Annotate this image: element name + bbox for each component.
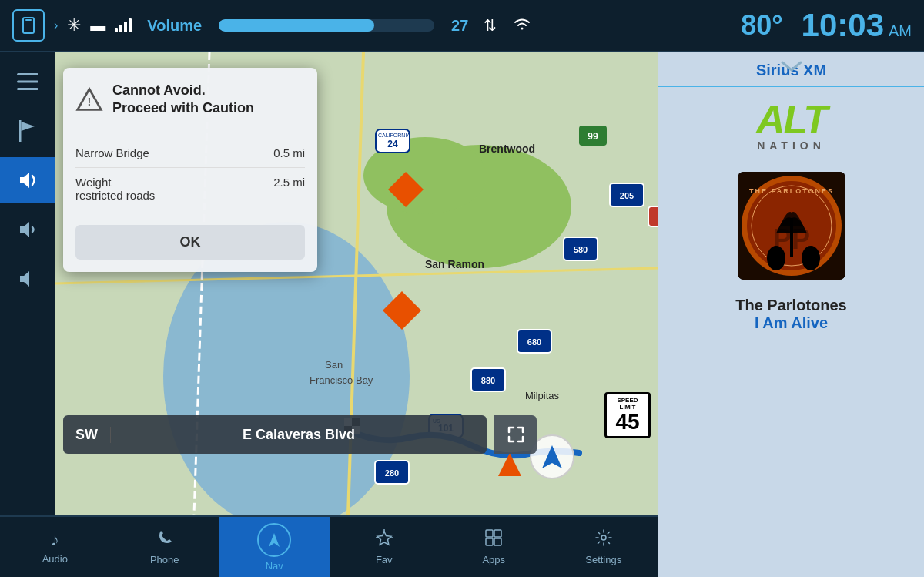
fav-icon — [376, 529, 393, 551]
svg-text:680: 680 — [527, 337, 541, 347]
sidebar-item-vol-mute[interactable] — [0, 256, 55, 302]
volume-value: 27 — [451, 17, 468, 35]
svg-text:Brentwood: Brentwood — [479, 143, 535, 155]
settings-label: Settings — [585, 554, 621, 565]
wifi-icon — [512, 16, 532, 35]
signal-strength-icon — [115, 18, 132, 32]
street-bar: SW E Calaveras Blvd — [63, 415, 487, 454]
time-ampm: AM — [889, 22, 912, 40]
audio-label: Audio — [42, 553, 68, 565]
svg-text:880: 880 — [481, 376, 495, 385]
volume-bar-fill — [219, 19, 374, 32]
svg-text:PP: PP — [772, 223, 809, 255]
svg-rect-64 — [486, 538, 493, 545]
sidebar-item-vol-down[interactable] — [0, 206, 55, 253]
sidebar-item-audio[interactable] — [0, 157, 55, 203]
fav-label: Fav — [376, 554, 393, 565]
channel-logo: ALT NATION — [756, 99, 826, 152]
phone-status-icon — [12, 9, 45, 42]
alt-text: ALT — [756, 99, 826, 139]
nav-item-settings[interactable]: Settings — [549, 517, 659, 577]
apps-label: Apps — [482, 554, 505, 565]
dialog-title: Cannot Avoid.Proceed with Caution — [112, 82, 254, 118]
bluetooth-icon: ✳ — [67, 15, 81, 35]
settings-icon — [595, 529, 612, 551]
ok-button[interactable]: OK — [75, 225, 305, 260]
svg-text:CALIFORNIA: CALIFORNIA — [378, 133, 410, 138]
svg-text:Milpitas: Milpitas — [525, 390, 560, 401]
sidebar-item-menu[interactable] — [0, 59, 55, 105]
right-panel: Sirius XM ALT NATION THE PARLOTONES PP T… — [658, 52, 924, 577]
street-direction: SW — [63, 427, 111, 443]
svg-text:San: San — [325, 359, 343, 371]
expand-icon[interactable]: › — [54, 18, 58, 32]
temperature-display: 80° — [741, 9, 782, 42]
collapse-button[interactable] — [780, 59, 803, 76]
warning-row-narrow-bridge: Narrow Bridge 0.5 mi — [75, 139, 305, 168]
svg-text:24: 24 — [387, 139, 398, 149]
sort-icon: ⇅ — [484, 16, 497, 35]
time-display: 10:03 AM — [802, 7, 912, 44]
map-area[interactable]: 205 5 580 680 880 US 101 CALIFORNIA 24 2… — [55, 52, 658, 515]
nav-circle — [257, 523, 291, 557]
artist-name: The Parlotones — [735, 297, 846, 314]
svg-rect-1 — [25, 19, 32, 21]
phone-icon — [156, 529, 173, 551]
sidebar-item-flag[interactable] — [0, 108, 55, 154]
caution-dialog: ! Cannot Avoid.Proceed with Caution Narr… — [63, 68, 317, 272]
svg-rect-2 — [17, 73, 38, 75]
svg-text:Francisco Bay: Francisco Bay — [310, 374, 373, 386]
battery-icon: ▬ — [90, 17, 105, 35]
song-name: I Am Alive — [755, 314, 828, 332]
dialog-header: ! Cannot Avoid.Proceed with Caution — [63, 68, 317, 129]
audio-icon: ♪ — [51, 530, 59, 550]
narrow-bridge-dist: 0.5 mi — [273, 146, 305, 159]
narrow-bridge-label: Narrow Bridge — [75, 146, 149, 159]
album-art: THE PARLOTONES PP — [738, 172, 845, 280]
nav-item-audio[interactable]: ♪ Audio — [0, 517, 110, 577]
svg-text:205: 205 — [620, 191, 634, 200]
weight-label: Weightrestricted roads — [75, 176, 155, 202]
weight-dist: 2.5 mi — [273, 176, 305, 202]
nav-item-fav[interactable]: Fav — [330, 517, 440, 577]
warning-row-weight: Weightrestricted roads 2.5 mi — [75, 168, 305, 210]
svg-rect-63 — [494, 530, 501, 537]
svg-text:!: ! — [88, 96, 92, 108]
speed-limit-value: 45 — [608, 411, 647, 433]
bottom-nav: ♪ Audio Phone Nav Fav — [0, 515, 658, 577]
svg-rect-3 — [17, 81, 38, 83]
svg-text:San Ramon: San Ramon — [425, 258, 484, 270]
nation-text: NATION — [757, 139, 825, 152]
svg-rect-5 — [19, 120, 22, 142]
sidebar — [0, 52, 55, 515]
time-value: 10:03 — [802, 7, 884, 44]
svg-text:99: 99 — [588, 131, 598, 142]
speed-limit-sign: SPEEDLIMIT 45 — [604, 392, 651, 438]
apps-icon — [485, 529, 502, 551]
volume-label: Volume — [147, 17, 202, 35]
svg-rect-62 — [486, 530, 493, 537]
svg-text:280: 280 — [385, 468, 399, 478]
nav-item-phone[interactable]: Phone — [110, 517, 220, 577]
svg-rect-4 — [17, 88, 38, 90]
warning-icon: ! — [75, 86, 103, 113]
nav-label: Nav — [266, 560, 283, 572]
svg-point-66 — [601, 535, 606, 540]
svg-rect-65 — [494, 538, 501, 545]
dialog-body: Narrow Bridge 0.5 mi Weightrestricted ro… — [63, 129, 317, 219]
status-bar: › ✳ ▬ Volume 27 ⇅ 80° 10:03 AM — [0, 0, 924, 52]
street-name: E Calaveras Blvd — [111, 427, 487, 443]
svg-text:580: 580 — [574, 245, 588, 254]
nav-item-nav[interactable]: Nav — [219, 517, 330, 577]
volume-bar[interactable] — [219, 19, 434, 32]
svg-text:THE PARLOTONES: THE PARLOTONES — [748, 187, 833, 195]
expand-map-button[interactable] — [494, 415, 537, 454]
phone-label: Phone — [150, 554, 179, 565]
svg-marker-58 — [269, 533, 280, 547]
nav-item-apps[interactable]: Apps — [439, 517, 549, 577]
